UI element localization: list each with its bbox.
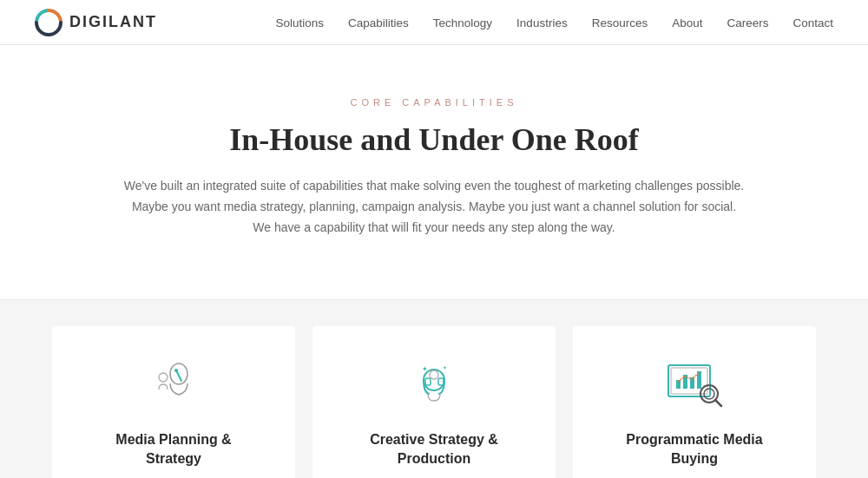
hero-title: In-House and Under One Roof — [122, 121, 746, 159]
card-programmatic-title: Programmatic MediaBuying — [626, 430, 762, 469]
logo-icon — [35, 9, 62, 36]
capabilities-grid: Media Planning &Strategy ✦ ✦ — [52, 326, 816, 478]
svg-rect-6 — [425, 378, 431, 385]
hero-description: We've built an integrated suite of capab… — [122, 176, 746, 238]
svg-point-8 — [430, 370, 438, 379]
nav-item-contact[interactable]: Contact — [792, 15, 833, 30]
svg-line-19 — [715, 400, 721, 406]
nav-item-careers[interactable]: Careers — [727, 15, 768, 30]
nav-item-capabilities[interactable]: Capabilities — [348, 15, 409, 30]
logo-text: DIGILANT — [69, 13, 157, 31]
programmatic-media-icon — [664, 361, 725, 413]
nav-item-solutions[interactable]: Solutions — [275, 15, 324, 30]
card-creative-strategy-title: Creative Strategy &Production — [370, 430, 498, 469]
hero-section: CORE CAPABILITIES In-House and Under One… — [0, 45, 868, 300]
section-tag: CORE CAPABILITIES — [122, 97, 746, 108]
card-media-planning[interactable]: Media Planning &Strategy — [52, 326, 295, 478]
logo[interactable]: DIGILANT — [35, 9, 157, 36]
svg-text:✦: ✦ — [422, 365, 428, 373]
nav-links: Solutions Capabilities Technology Indust… — [275, 15, 833, 30]
card-media-planning-title: Media Planning &Strategy — [115, 430, 231, 469]
capabilities-section: Media Planning &Strategy ✦ ✦ — [0, 300, 868, 478]
media-planning-icon — [143, 361, 204, 413]
navigation: DIGILANT Solutions Capabilities Technolo… — [0, 0, 868, 45]
nav-item-about[interactable]: About — [672, 15, 702, 30]
svg-point-3 — [174, 369, 178, 372]
card-programmatic-media[interactable]: Programmatic MediaBuying — [573, 326, 816, 478]
nav-item-technology[interactable]: Technology — [433, 15, 492, 30]
nav-item-resources[interactable]: Resources — [592, 15, 648, 30]
nav-item-industries[interactable]: Industries — [516, 15, 568, 30]
svg-line-2 — [176, 370, 181, 381]
svg-text:✦: ✦ — [443, 365, 447, 370]
creative-strategy-icon: ✦ ✦ — [404, 361, 464, 413]
card-creative-strategy[interactable]: ✦ ✦ Creative Strategy &Production — [312, 326, 556, 478]
svg-rect-7 — [438, 378, 444, 385]
svg-point-4 — [159, 373, 168, 382]
